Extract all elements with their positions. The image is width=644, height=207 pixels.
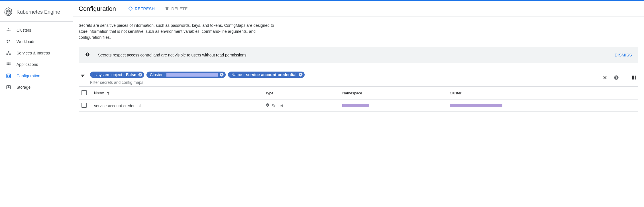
sidebar-item-services-ingress[interactable]: Services & Ingress bbox=[0, 47, 73, 59]
dismiss-button[interactable]: DISMISS bbox=[615, 53, 632, 57]
cell-cluster-redacted bbox=[450, 104, 502, 107]
chip-remove-icon[interactable] bbox=[219, 72, 224, 77]
help-icon[interactable] bbox=[614, 75, 619, 81]
svg-rect-6 bbox=[7, 42, 8, 43]
svg-rect-11 bbox=[8, 62, 9, 63]
column-namespace[interactable]: Namespace bbox=[339, 87, 447, 100]
chip-label: Is system object : bbox=[93, 72, 124, 77]
filter-chip-system-object[interactable]: Is system object : False bbox=[90, 72, 144, 78]
svg-rect-18 bbox=[9, 75, 10, 76]
filter-icon[interactable] bbox=[79, 72, 85, 79]
chip-label: Cluster : bbox=[150, 72, 165, 77]
svg-rect-20 bbox=[9, 76, 10, 77]
svg-point-1 bbox=[7, 30, 7, 31]
svg-point-3 bbox=[8, 30, 9, 31]
storage-icon bbox=[6, 84, 11, 90]
delete-button[interactable]: DELETE bbox=[164, 6, 188, 12]
results-table: Name Type Namespace Cluster service-acco… bbox=[79, 87, 638, 112]
sidebar-item-label: Workloads bbox=[17, 39, 35, 44]
svg-rect-5 bbox=[9, 40, 10, 41]
services-icon bbox=[6, 50, 11, 56]
banner-text: Secrets respect access control and are n… bbox=[98, 53, 615, 57]
filter-chip-cluster[interactable]: Cluster : bbox=[146, 72, 226, 78]
sidebar-item-label: Services & Ingress bbox=[17, 51, 50, 55]
divider bbox=[625, 73, 625, 83]
svg-point-0 bbox=[8, 28, 9, 29]
sidebar-item-clusters[interactable]: Clusters bbox=[0, 25, 73, 36]
filter-input[interactable]: Filter secrets and config maps bbox=[90, 80, 598, 85]
svg-rect-17 bbox=[7, 75, 8, 76]
sidebar-item-label: Applications bbox=[17, 62, 38, 67]
clear-filters-icon[interactable] bbox=[602, 75, 608, 81]
sidebar: Kubernetes Engine Clusters Workloads Ser… bbox=[0, 1, 73, 207]
svg-rect-25 bbox=[87, 53, 88, 54]
svg-rect-32 bbox=[633, 76, 634, 79]
delete-label: DELETE bbox=[171, 7, 188, 11]
info-icon bbox=[85, 52, 90, 58]
svg-rect-33 bbox=[635, 76, 635, 79]
svg-rect-7 bbox=[8, 51, 9, 52]
svg-point-30 bbox=[616, 78, 617, 79]
clusters-icon bbox=[6, 27, 11, 33]
description-text: Secrets are sensitive pieces of informat… bbox=[79, 23, 278, 40]
svg-rect-8 bbox=[7, 54, 8, 55]
sidebar-item-applications[interactable]: Applications bbox=[0, 59, 73, 70]
info-banner: Secrets respect access control and are n… bbox=[79, 47, 638, 63]
sidebar-item-label: Storage bbox=[17, 85, 30, 90]
chip-value: service-account-credential bbox=[246, 72, 296, 77]
svg-rect-15 bbox=[9, 64, 10, 65]
svg-point-22 bbox=[8, 87, 9, 88]
sidebar-item-label: Configuration bbox=[17, 74, 40, 78]
chip-remove-icon[interactable] bbox=[138, 72, 142, 77]
main-content: Configuration REFRESH DELETE Secrets are… bbox=[73, 1, 644, 207]
cell-name: service-account-credential bbox=[91, 100, 262, 112]
columns-icon[interactable] bbox=[631, 75, 637, 81]
sort-asc-icon bbox=[105, 91, 111, 95]
svg-rect-16 bbox=[7, 74, 10, 78]
svg-rect-19 bbox=[7, 76, 8, 77]
delete-icon bbox=[164, 6, 170, 12]
column-cluster[interactable]: Cluster bbox=[447, 87, 638, 100]
svg-point-2 bbox=[9, 30, 10, 31]
refresh-icon bbox=[128, 6, 133, 12]
select-all-checkbox[interactable] bbox=[81, 90, 87, 95]
workloads-icon bbox=[6, 39, 11, 44]
sidebar-item-label: Clusters bbox=[17, 28, 31, 33]
sidebar-item-storage[interactable]: Storage bbox=[0, 82, 73, 93]
secret-icon bbox=[265, 103, 270, 108]
sidebar-item-configuration[interactable]: Configuration bbox=[0, 70, 73, 82]
table-row[interactable]: service-account-credential Secret bbox=[79, 100, 638, 112]
refresh-label: REFRESH bbox=[135, 7, 155, 11]
svg-rect-31 bbox=[632, 76, 633, 79]
svg-rect-12 bbox=[9, 62, 10, 63]
sidebar-item-workloads[interactable]: Workloads bbox=[0, 36, 73, 47]
svg-rect-4 bbox=[7, 40, 8, 41]
kubernetes-engine-icon bbox=[3, 7, 13, 17]
page-header: Configuration REFRESH DELETE bbox=[73, 1, 644, 17]
row-checkbox[interactable] bbox=[81, 103, 87, 108]
configuration-icon bbox=[6, 73, 11, 79]
svg-rect-14 bbox=[8, 64, 9, 65]
filter-bar: Is system object : False Cluster : Name … bbox=[79, 68, 638, 87]
sidebar-title: Kubernetes Engine bbox=[17, 9, 60, 15]
svg-rect-24 bbox=[87, 54, 88, 56]
svg-rect-9 bbox=[9, 54, 11, 55]
column-name[interactable]: Name bbox=[91, 87, 262, 100]
applications-icon bbox=[6, 62, 11, 67]
chip-value: False bbox=[126, 72, 136, 77]
chip-remove-icon[interactable] bbox=[298, 72, 303, 77]
sidebar-header: Kubernetes Engine bbox=[0, 5, 73, 21]
refresh-button[interactable]: REFRESH bbox=[128, 6, 155, 12]
svg-rect-35 bbox=[268, 105, 268, 106]
svg-rect-10 bbox=[7, 62, 7, 63]
chip-label: Name : bbox=[231, 72, 244, 77]
filter-chips: Is system object : False Cluster : Name … bbox=[90, 72, 598, 78]
cell-type: Secret bbox=[272, 104, 283, 108]
cell-namespace-redacted bbox=[342, 104, 369, 107]
filter-chip-name[interactable]: Name : service-account-credential bbox=[228, 72, 305, 78]
svg-rect-13 bbox=[7, 64, 7, 65]
column-type[interactable]: Type bbox=[262, 87, 339, 100]
chip-value-redacted bbox=[166, 73, 218, 76]
page-title: Configuration bbox=[79, 5, 116, 13]
